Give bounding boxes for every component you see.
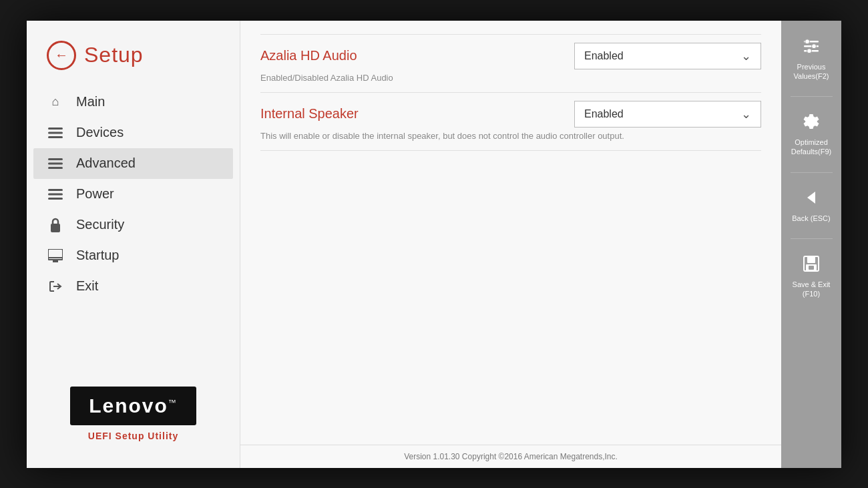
- settings-area: Azalia HD Audio Enabled ⌄ Enabled/Disabl…: [240, 21, 781, 445]
- lenovo-logo-area: Lenovo™ UEFI Setup Utility: [27, 373, 240, 455]
- optimized-defaults-button[interactable]: Optimized Defaults(F9): [781, 103, 841, 166]
- setting-label-azalia: Azalia HD Audio: [260, 48, 357, 63]
- sidebar-item-devices[interactable]: Devices: [33, 117, 233, 148]
- azalia-description: Enabled/Disabled Azalia HD Audio: [260, 72, 761, 84]
- sidebar-item-power[interactable]: Power: [33, 179, 233, 210]
- svg-rect-0: [48, 128, 63, 130]
- back-circle-icon: ←: [47, 41, 76, 70]
- svg-point-15: [805, 39, 810, 43]
- azalia-dropdown-arrow: ⌄: [741, 49, 751, 63]
- svg-rect-24: [809, 266, 814, 270]
- nav-menu: ⌂ Main Devices: [27, 87, 240, 373]
- save-exit-button[interactable]: Save & Exit (F10): [781, 245, 841, 308]
- divider-1: [791, 96, 833, 97]
- azalia-value: Enabled: [584, 50, 624, 62]
- svg-point-19: [807, 48, 812, 53]
- sidebar-label-devices: Devices: [76, 125, 124, 140]
- save-exit-label: Save & Exit (F10): [787, 280, 836, 299]
- sidebar-label-main: Main: [76, 94, 105, 109]
- back-icon: [802, 188, 821, 210]
- sidebar-label-security: Security: [76, 217, 124, 232]
- setting-row-azalia: Azalia HD Audio Enabled ⌄ Enabled/Disabl…: [260, 34, 761, 93]
- speaker-value: Enabled: [584, 108, 624, 120]
- setting-label-speaker: Internal Speaker: [260, 106, 359, 121]
- sidebar-item-startup[interactable]: Startup: [33, 240, 233, 271]
- svg-rect-3: [48, 158, 63, 160]
- back-button[interactable]: Back (ESC): [781, 179, 841, 232]
- divider-2: [791, 172, 833, 173]
- divider-3: [791, 238, 833, 239]
- sidebar-item-advanced[interactable]: Advanced: [33, 148, 233, 179]
- svg-rect-1: [48, 132, 63, 134]
- sidebar-item-exit[interactable]: Exit: [33, 271, 233, 302]
- power-icon: [47, 186, 64, 203]
- devices-icon: [47, 124, 64, 142]
- setting-row-speaker: Internal Speaker Enabled ⌄ This will ena…: [260, 93, 761, 151]
- svg-rect-6: [48, 189, 63, 191]
- footer-version: Version 1.01.30 Copyright ©2016 American…: [240, 445, 781, 468]
- previous-values-label: Previous Values(F2): [787, 62, 836, 81]
- svg-rect-11: [48, 257, 63, 258]
- back-arrow-icon: ←: [55, 47, 68, 63]
- previous-values-button[interactable]: Previous Values(F2): [781, 27, 841, 91]
- startup-icon: [47, 247, 64, 264]
- right-panel: Previous Values(F2) Optimized Defaults(F…: [781, 21, 841, 468]
- azalia-dropdown[interactable]: Enabled ⌄: [574, 43, 761, 69]
- save-icon: [802, 254, 821, 276]
- exit-icon: [47, 278, 64, 295]
- advanced-icon: [47, 155, 64, 172]
- security-icon: [47, 216, 64, 234]
- lenovo-logo-text: Lenovo™: [89, 395, 178, 417]
- sliders-icon: [802, 37, 821, 58]
- svg-rect-4: [48, 162, 63, 164]
- sidebar-item-security[interactable]: Security: [33, 210, 233, 240]
- setup-title: Setup: [84, 43, 144, 67]
- svg-point-17: [812, 43, 817, 48]
- bios-screen: ← Setup ⌂ Main Devices: [27, 21, 841, 468]
- sidebar-label-exit: Exit: [76, 278, 98, 294]
- svg-rect-12: [53, 260, 58, 262]
- lenovo-logo-box: Lenovo™: [70, 387, 196, 425]
- main-content: Azalia HD Audio Enabled ⌄ Enabled/Disabl…: [240, 21, 781, 468]
- uefi-subtitle: UEFI Setup Utility: [88, 431, 178, 441]
- speaker-dropdown[interactable]: Enabled ⌄: [574, 101, 761, 128]
- back-label: Back (ESC): [792, 214, 830, 223]
- sidebar-label-startup: Startup: [76, 248, 119, 263]
- svg-rect-9: [51, 224, 60, 232]
- svg-rect-2: [48, 136, 63, 138]
- optimized-defaults-label: Optimized Defaults(F9): [787, 138, 836, 157]
- home-icon: ⌂: [47, 93, 64, 111]
- setting-header-azalia: Azalia HD Audio Enabled ⌄: [260, 43, 761, 69]
- svg-rect-7: [48, 193, 63, 195]
- sidebar-label-advanced: Advanced: [76, 156, 136, 171]
- svg-rect-8: [48, 198, 63, 200]
- speaker-dropdown-arrow: ⌄: [741, 107, 751, 121]
- sidebar-label-power: Power: [76, 186, 114, 202]
- sidebar: ← Setup ⌂ Main Devices: [27, 21, 240, 468]
- svg-rect-22: [807, 256, 815, 263]
- svg-rect-5: [48, 167, 63, 169]
- svg-marker-20: [807, 192, 815, 204]
- gear-icon: [802, 112, 821, 134]
- setup-header: ← Setup: [27, 34, 240, 87]
- sidebar-item-main[interactable]: ⌂ Main: [33, 87, 233, 117]
- speaker-description: This will enable or disable the internal…: [260, 130, 761, 142]
- setting-header-speaker: Internal Speaker Enabled ⌄: [260, 101, 761, 128]
